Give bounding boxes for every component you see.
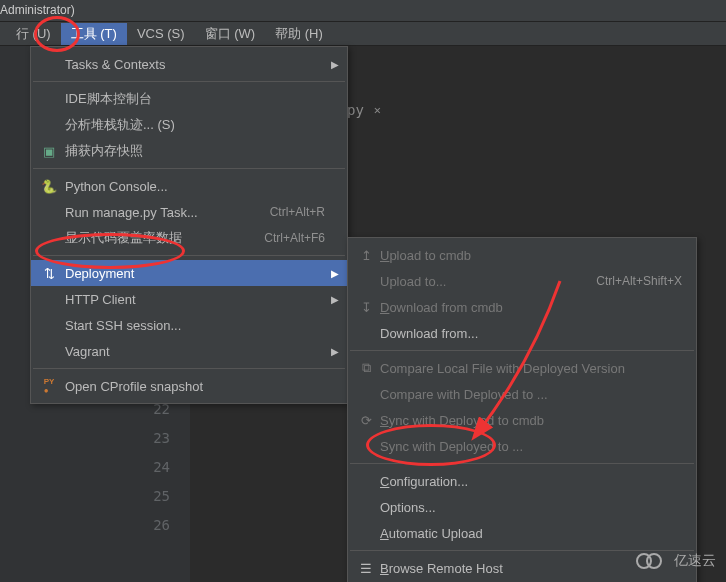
upload-icon: ↥ [356,248,376,263]
menubar: 行 (U) 工具 (T) VCS (S) 窗口 (W) 帮助 (H) [0,22,726,46]
line-number: 24 [0,453,170,482]
line-number: 25 [0,482,170,511]
menu-ide-script-console[interactable]: IDE脚本控制台 [31,86,347,112]
menu-capture-memory[interactable]: ▣捕获内存快照 [31,138,347,164]
cprofile-icon: PY● [39,377,59,395]
compare-icon: ⧉ [356,360,376,376]
chevron-right-icon: ▶ [331,346,339,357]
sync-icon: ⟳ [356,413,376,428]
menu-vcs[interactable]: VCS (S) [127,23,195,45]
browse-icon: ☰ [356,561,376,576]
submenu-sync-to[interactable]: Sync with Deployed to ... [348,433,696,459]
submenu-sync-cmdb[interactable]: ⟳Sync with Deployed to cmdb [348,407,696,433]
download-icon: ↧ [356,300,376,315]
submenu-options[interactable]: Options... [348,494,696,520]
submenu-automatic-upload[interactable]: Automatic Upload [348,520,696,546]
submenu-upload-to[interactable]: Upload to...Ctrl+Alt+Shift+X [348,268,696,294]
capture-memory-icon: ▣ [39,144,59,159]
line-number: 23 [0,424,170,453]
menu-run-manage-py[interactable]: Run manage.py Task...Ctrl+Alt+R [31,199,347,225]
menu-show-coverage[interactable]: 显示代码覆盖率数据Ctrl+Alt+F6 [31,225,347,251]
close-icon[interactable]: ✕ [374,96,381,125]
separator [33,368,345,369]
menu-tools[interactable]: 工具 (T) [61,23,127,45]
window-title: Administrator) [0,3,75,17]
submenu-compare-with[interactable]: Compare with Deployed to ... [348,381,696,407]
submenu-download-from-cmdb[interactable]: ↧Download from cmdb [348,294,696,320]
menu-open-cprofile[interactable]: PY●Open CProfile snapshot [31,373,347,399]
watermark-icon [636,550,668,572]
menu-help[interactable]: 帮助 (H) [265,23,333,45]
submenu-download-from[interactable]: Download from... [348,320,696,346]
chevron-right-icon: ▶ [331,294,339,305]
watermark: 亿速云 [636,550,716,572]
menu-python-console[interactable]: 🐍Python Console... [31,173,347,199]
chevron-right-icon: ▶ [331,59,339,70]
submenu-configuration[interactable]: Configuration... [348,468,696,494]
separator [33,168,345,169]
menu-start-ssh[interactable]: Start SSH session... [31,312,347,338]
submenu-compare-local[interactable]: ⧉Compare Local File with Deployed Versio… [348,355,696,381]
separator [350,350,694,351]
tab-label: py [347,96,364,125]
separator [33,255,345,256]
menu-window[interactable]: 窗口 (W) [195,23,266,45]
line-number: 26 [0,511,170,540]
menu-http-client[interactable]: HTTP Client▶ [31,286,347,312]
menu-vagrant[interactable]: Vagrant▶ [31,338,347,364]
menu-tasks-contexts[interactable]: Tasks & Contexts▶ [31,51,347,77]
menu-analyze-stack[interactable]: 分析堆栈轨迹... (S) [31,112,347,138]
separator [350,463,694,464]
deployment-submenu: ↥Upload to cmdb Upload to...Ctrl+Alt+Shi… [347,237,697,582]
titlebar: Administrator) [0,0,726,22]
submenu-upload-to-cmdb[interactable]: ↥Upload to cmdb [348,242,696,268]
deployment-icon: ⇅ [39,266,59,281]
tools-dropdown: Tasks & Contexts▶ IDE脚本控制台 分析堆栈轨迹... (S)… [30,46,348,404]
separator [33,81,345,82]
menu-run[interactable]: 行 (U) [6,23,61,45]
python-icon: 🐍 [39,179,59,194]
watermark-text: 亿速云 [674,552,716,570]
menu-deployment[interactable]: ⇅Deployment▶ [31,260,347,286]
chevron-right-icon: ▶ [331,268,339,279]
